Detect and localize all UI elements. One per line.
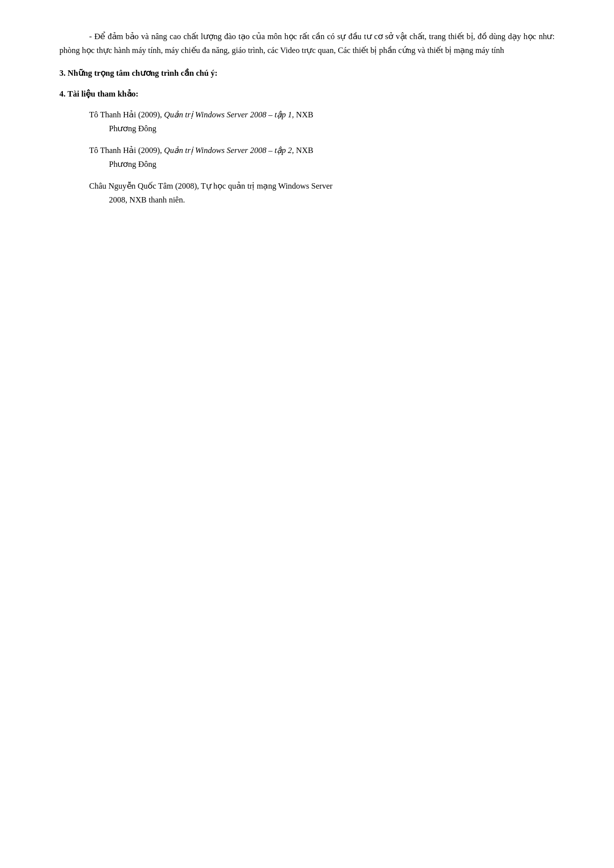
reference-2: Tô Thanh Hải (2009), Quản trị Windows Se… (59, 144, 555, 171)
ref3-line: Châu Nguyễn Quốc Tâm (2008), Tự học quản… (59, 179, 555, 193)
ref2-author: Tô Thanh Hải (2009), (89, 146, 164, 155)
ref1-title: Quản trị Windows Server 2008 – tập 1, (164, 110, 294, 119)
section3-heading: 3. Những trọng tâm chương trình cần chú … (59, 66, 555, 80)
ref3-cont: 2008, NXB thanh niên. (59, 193, 555, 207)
ref1-cont: Phương Đông (59, 122, 555, 136)
ref2-title: Quản trị Windows Server 2008 – tập 2, (164, 146, 294, 155)
ref2-line: Tô Thanh Hải (2009), Quản trị Windows Se… (59, 144, 555, 157)
ref1-publisher: NXB (294, 110, 313, 119)
reference-3: Châu Nguyễn Quốc Tâm (2008), Tự học quản… (59, 179, 555, 207)
page-content: - Để đảm bảo và nâng cao chất lượng đào … (0, 0, 614, 868)
intro-paragraph: - Để đảm bảo và nâng cao chất lượng đào … (59, 30, 555, 57)
ref1-author: Tô Thanh Hải (2009), (89, 110, 164, 119)
reference-1: Tô Thanh Hải (2009), Quản trị Windows Se… (59, 108, 555, 136)
section4-heading: 4. Tài liệu tham khảo: (59, 87, 555, 101)
ref1-line: Tô Thanh Hải (2009), Quản trị Windows Se… (59, 108, 555, 122)
ref2-cont: Phương Đông (59, 157, 555, 171)
ref2-publisher: NXB (294, 146, 313, 155)
ref3-text: Châu Nguyễn Quốc Tâm (2008), Tự học quản… (89, 181, 333, 191)
